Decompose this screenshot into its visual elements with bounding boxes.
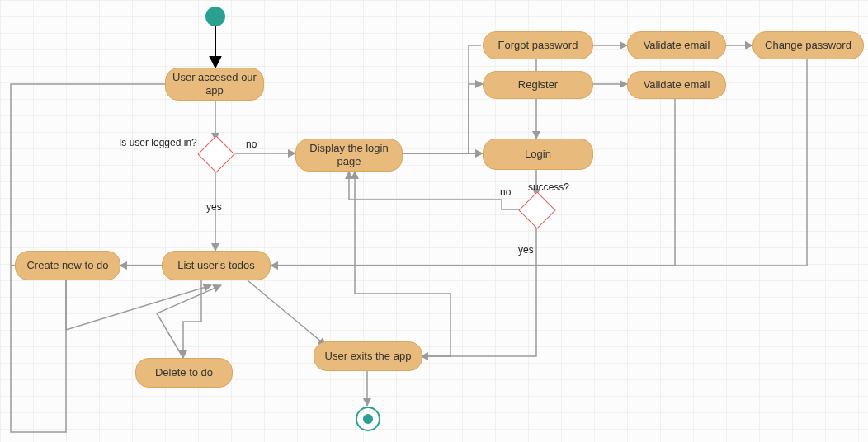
node-create-todo[interactable]: Create new to do xyxy=(15,251,120,280)
node-display-login[interactable]: Display the login page xyxy=(295,139,403,172)
label-yes-1: yes xyxy=(206,201,222,213)
node-delete-todo[interactable]: Delete to do xyxy=(135,358,233,388)
end-node-inner xyxy=(363,414,373,424)
node-login[interactable]: Login xyxy=(483,139,593,170)
label-no-1: no xyxy=(246,139,257,150)
node-label: Change password xyxy=(765,39,851,52)
node-label: User exits the app xyxy=(325,350,412,363)
node-validate-email-1[interactable]: Validate email xyxy=(627,31,726,59)
node-label: Display the login page xyxy=(303,142,395,167)
node-user-exits[interactable]: User exits the app xyxy=(314,341,422,371)
node-register[interactable]: Register xyxy=(483,71,593,99)
node-label: Create new to do xyxy=(26,259,108,272)
node-label: Register xyxy=(518,78,558,92)
node-list-todos[interactable]: List user's todos xyxy=(162,251,271,280)
node-label: User accesed our app xyxy=(172,71,257,96)
node-label: List user's todos xyxy=(177,259,255,272)
node-forgot-password[interactable]: Forgot password xyxy=(483,31,593,59)
node-validate-email-2[interactable]: Validate email xyxy=(627,71,726,99)
node-label: Delete to do xyxy=(155,366,213,379)
node-label: Validate email xyxy=(644,39,710,52)
label-yes-2: yes xyxy=(518,244,534,256)
node-user-accessed[interactable]: User accesed our app xyxy=(165,68,264,101)
node-label: Forgot password xyxy=(498,39,578,52)
node-change-password[interactable]: Change password xyxy=(752,31,864,59)
label-success: success? xyxy=(528,181,569,193)
label-no-2: no xyxy=(500,186,511,198)
start-node[interactable] xyxy=(205,7,225,26)
node-label: Validate email xyxy=(644,78,710,92)
end-node[interactable] xyxy=(356,407,380,431)
node-label: Login xyxy=(525,148,551,161)
canvas-grid xyxy=(0,0,868,442)
label-is-logged-in: Is user logged in? xyxy=(119,137,197,148)
